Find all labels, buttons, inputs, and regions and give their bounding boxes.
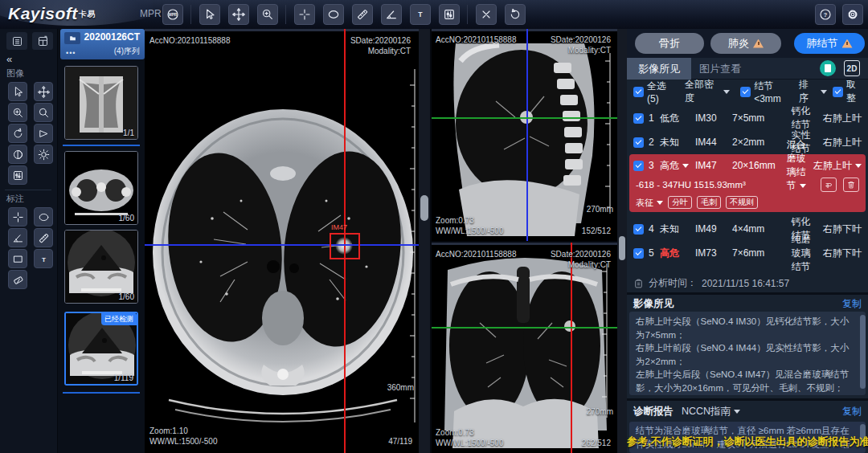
zoom-in-icon[interactable] <box>257 4 278 25</box>
feature-chip[interactable]: 毛刺 <box>697 196 721 209</box>
checkbox-checked[interactable] <box>633 113 644 124</box>
density-dropdown[interactable]: 全部密度 <box>685 78 730 105</box>
module-lung-nodule-button[interactable]: 肺结节 <box>794 33 865 54</box>
sagittal-crosshair-horizontal[interactable] <box>432 117 617 119</box>
help-icon[interactable]: ? <box>815 4 836 25</box>
type-dropdown[interactable]: 混合磨玻璃结节 <box>784 138 809 193</box>
findings-text-box[interactable]: 右肺上叶尖段（SeNO.4 IM30）见钙化结节影，大小为7×5mm； 右肺上叶… <box>629 312 866 395</box>
nodule-roi-box[interactable] <box>330 233 360 259</box>
collapse-sidebar-button[interactable]: « <box>6 53 12 65</box>
mpr-icon[interactable]: MPR <box>162 4 183 25</box>
small-nodule-checkbox[interactable]: 结节<3mm <box>740 80 793 104</box>
risk-dropdown[interactable]: 高危 <box>660 159 695 173</box>
text-icon[interactable]: T <box>34 249 53 268</box>
ellipse-icon[interactable] <box>323 4 344 25</box>
checkbox-checked[interactable] <box>833 87 843 97</box>
nodule-row-2[interactable]: 2未知 IM442×2mm 实性结节右肺上叶 <box>627 130 868 154</box>
zoom-in-icon[interactable] <box>8 103 27 122</box>
pointer-icon[interactable] <box>199 4 220 25</box>
crosshair-icon[interactable] <box>8 207 27 226</box>
nccn-guide-dropdown[interactable]: NCCN指南 <box>682 405 740 418</box>
sagittal-sdate: SDate:20200126 <box>551 35 611 45</box>
ellipse-icon[interactable] <box>34 207 53 226</box>
reset-icon[interactable] <box>505 4 526 25</box>
magnifier-icon[interactable] <box>34 103 53 122</box>
checkbox-checked[interactable] <box>633 224 644 235</box>
report-title: 诊断报告 <box>633 405 674 418</box>
viewport-scrollbar-thumb[interactable] <box>619 236 625 260</box>
relocate-icon[interactable] <box>821 178 837 192</box>
coronal-crosshair-horizontal[interactable] <box>432 327 617 329</box>
sagittal-viewport[interactable]: AccNO:202101158888 SDate:20200126 Modali… <box>432 29 617 241</box>
sort-dropdown[interactable]: 排序 <box>799 78 827 105</box>
module-fracture-button[interactable]: 骨折 <box>635 33 704 54</box>
2d-mode-button[interactable]: 2D <box>844 60 860 76</box>
wwwl-sliders-icon[interactable] <box>439 4 460 25</box>
round-checkbox[interactable]: 取整 <box>833 78 862 105</box>
location-dropdown[interactable]: 左肺上叶 <box>809 159 862 173</box>
brightness-icon[interactable] <box>34 145 53 164</box>
axial-scrollbar-thumb[interactable] <box>420 195 428 221</box>
checkbox-checked[interactable] <box>633 248 644 259</box>
rectangle-icon[interactable] <box>8 249 27 268</box>
nodule-row-5[interactable]: 5高危 IM737×6mm 纯磨玻璃结节右肺下叶 <box>627 241 868 265</box>
invert-icon[interactable] <box>8 145 27 164</box>
report-icon[interactable] <box>820 60 836 76</box>
nodule-row-4[interactable]: 4未知 IM494×4mm 钙化结节右肺下叶 <box>627 217 868 241</box>
findings-scrollbar-thumb[interactable] <box>860 315 866 389</box>
text-icon[interactable]: T <box>410 4 431 25</box>
series-more-button[interactable]: ••• <box>66 49 76 57</box>
series-list-icon[interactable] <box>6 32 27 50</box>
tab-image-findings[interactable]: 影像所见 <box>627 58 691 80</box>
select-all-checkbox[interactable]: 全选(5) <box>633 80 673 104</box>
thumbnail-series-4-selected[interactable]: 已经检测 1/119 <box>64 312 138 386</box>
thumbnail-series-2[interactable]: 1/60 <box>64 151 138 225</box>
module-pneumonia-button[interactable]: 肺炎 <box>710 33 781 54</box>
axial-crosshair-horizontal[interactable] <box>145 244 419 246</box>
viewport-scrollbar[interactable] <box>617 29 627 453</box>
toolbar-separator <box>190 5 191 24</box>
trash-icon[interactable] <box>843 178 859 192</box>
coronal-crosshair-vertical[interactable] <box>571 243 572 453</box>
feature-chip[interactable]: 不规则 <box>726 196 758 209</box>
sagittal-crosshair-vertical[interactable] <box>526 29 528 241</box>
angle-icon[interactable] <box>8 228 27 247</box>
tab-picture-view[interactable]: 图片查看 <box>688 58 752 80</box>
series-header[interactable]: 20200126CT ••• (4)序列 <box>60 29 145 59</box>
series-layout-icon[interactable] <box>32 32 53 50</box>
coronal-viewport[interactable]: AccNO:202101158888 SDate:20200126 Modali… <box>432 243 617 453</box>
module-label: 骨折 <box>659 36 680 51</box>
feature-chip[interactable]: 分叶 <box>668 196 692 209</box>
axial-slice-index: 47/119 <box>388 436 412 447</box>
pan-icon[interactable] <box>34 82 53 101</box>
axial-ct-image <box>145 29 419 453</box>
checkbox-checked[interactable] <box>633 161 644 171</box>
flip-icon[interactable] <box>34 124 53 143</box>
copy-findings-link[interactable]: 复制 <box>842 297 862 311</box>
pan-icon[interactable] <box>228 4 249 25</box>
pencil-icon[interactable] <box>34 228 53 247</box>
chevron-down-icon <box>723 90 730 94</box>
gear-icon[interactable] <box>842 4 863 25</box>
nodule-row-3-selected[interactable]: 3 高危 IM4720×16mm 混合磨玻璃结节 左肺上叶 -618 - 347… <box>629 154 866 212</box>
checkbox-checked[interactable] <box>633 87 644 97</box>
thumbnail-scout[interactable]: 1/1 <box>64 66 138 140</box>
axial-scrollbar[interactable] <box>419 29 430 453</box>
close-icon[interactable] <box>476 4 497 25</box>
thumbnail-series-3[interactable]: 1/60 <box>64 230 138 304</box>
checkbox-checked[interactable] <box>633 137 644 148</box>
feature-dropdown[interactable]: 表征 <box>636 197 663 209</box>
pointer-icon[interactable] <box>8 82 27 101</box>
axial-study-info: SDate:20200126 Modality:CT <box>350 35 411 56</box>
rotate-icon[interactable] <box>8 124 27 143</box>
crosshair-icon[interactable] <box>294 4 315 25</box>
wwwl-sliders-icon[interactable] <box>8 165 27 185</box>
nodule-row-1[interactable]: 1低危 IM307×5mm 钙化结节右肺上叶 <box>627 106 868 130</box>
eraser-icon[interactable] <box>8 270 27 289</box>
ruler-icon[interactable] <box>352 4 373 25</box>
series-separator <box>63 145 140 146</box>
angle-icon[interactable] <box>381 4 402 25</box>
copy-report-link[interactable]: 复制 <box>842 405 862 418</box>
checkbox-checked[interactable] <box>740 87 751 97</box>
axial-viewport[interactable]: AccNO:202101158888 SDate:20200126 Modali… <box>145 29 419 453</box>
